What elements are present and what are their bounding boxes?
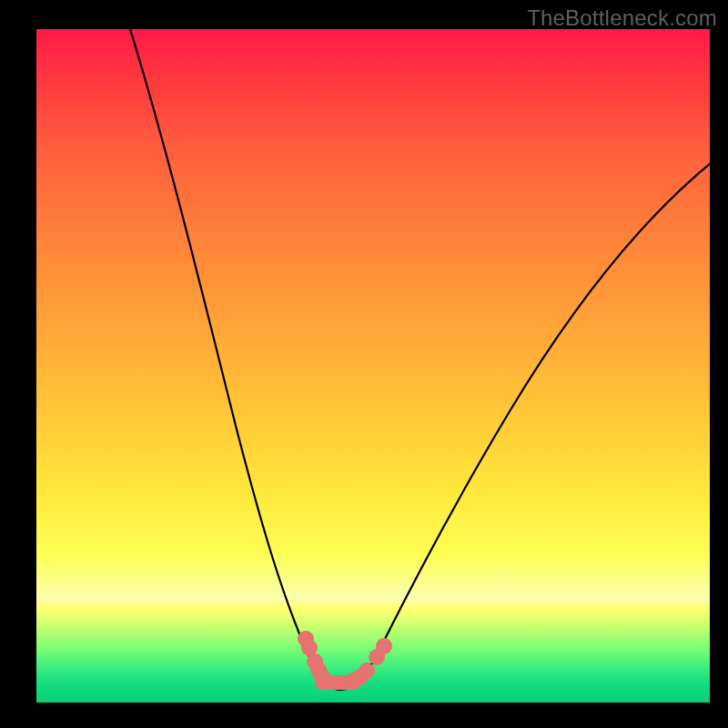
plot-area	[36, 29, 710, 703]
chart-frame: TheBottleneck.com	[0, 0, 728, 728]
watermark-text: TheBottleneck.com	[527, 5, 717, 31]
bottleneck-curve	[36, 29, 710, 703]
marker-point	[314, 669, 330, 685]
marker-point	[376, 638, 392, 654]
marker-point	[359, 662, 375, 679]
curve-path	[130, 29, 710, 690]
